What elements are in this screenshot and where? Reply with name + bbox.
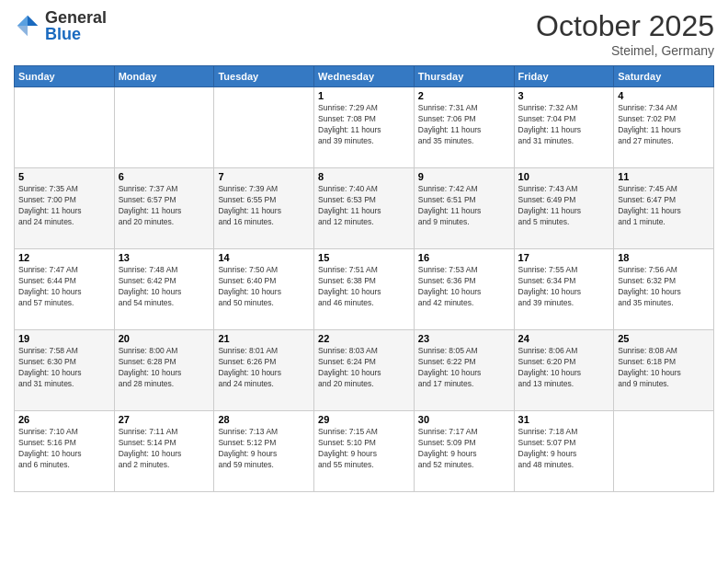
- day-number: 28: [218, 414, 310, 425]
- logo-text: General Blue: [45, 9, 107, 42]
- day-info: Sunrise: 8:06 AM Sunset: 6:20 PM Dayligh…: [518, 346, 610, 390]
- calendar-cell: 17Sunrise: 7:55 AM Sunset: 6:34 PM Dayli…: [514, 249, 614, 330]
- day-info: Sunrise: 7:55 AM Sunset: 6:34 PM Dayligh…: [518, 265, 610, 309]
- calendar-cell: 18Sunrise: 7:56 AM Sunset: 6:32 PM Dayli…: [614, 249, 714, 330]
- week-row-5: 26Sunrise: 7:10 AM Sunset: 5:16 PM Dayli…: [15, 411, 714, 492]
- day-number: 6: [119, 171, 210, 182]
- calendar-cell: [214, 87, 314, 168]
- day-info: Sunrise: 7:48 AM Sunset: 6:42 PM Dayligh…: [119, 265, 210, 309]
- calendar-cell: 19Sunrise: 7:58 AM Sunset: 6:30 PM Dayli…: [15, 330, 115, 411]
- day-number: 23: [418, 333, 510, 344]
- day-info: Sunrise: 7:43 AM Sunset: 6:49 PM Dayligh…: [518, 184, 610, 228]
- day-info: Sunrise: 7:40 AM Sunset: 6:53 PM Dayligh…: [318, 184, 410, 228]
- weekday-header-tuesday: Tuesday: [214, 66, 314, 87]
- weekday-header-sunday: Sunday: [15, 66, 115, 87]
- calendar-cell: 12Sunrise: 7:47 AM Sunset: 6:44 PM Dayli…: [15, 249, 115, 330]
- calendar-cell: 26Sunrise: 7:10 AM Sunset: 5:16 PM Dayli…: [15, 411, 115, 492]
- day-number: 21: [218, 333, 310, 344]
- logo-icon: [14, 12, 41, 40]
- day-number: 22: [318, 333, 410, 344]
- day-number: 17: [518, 252, 610, 263]
- day-info: Sunrise: 8:08 AM Sunset: 6:18 PM Dayligh…: [618, 346, 710, 390]
- day-info: Sunrise: 7:32 AM Sunset: 7:04 PM Dayligh…: [518, 103, 610, 147]
- calendar-cell: 1Sunrise: 7:29 AM Sunset: 7:08 PM Daylig…: [314, 87, 415, 168]
- calendar-cell: 21Sunrise: 8:01 AM Sunset: 6:26 PM Dayli…: [214, 330, 314, 411]
- day-info: Sunrise: 8:01 AM Sunset: 6:26 PM Dayligh…: [218, 346, 310, 390]
- day-number: 9: [418, 171, 510, 182]
- week-row-1: 1Sunrise: 7:29 AM Sunset: 7:08 PM Daylig…: [15, 87, 714, 168]
- calendar-cell: 11Sunrise: 7:45 AM Sunset: 6:47 PM Dayli…: [614, 168, 714, 249]
- day-info: Sunrise: 7:37 AM Sunset: 6:57 PM Dayligh…: [119, 184, 210, 228]
- calendar-cell: [114, 87, 214, 168]
- weekday-header-friday: Friday: [514, 66, 614, 87]
- day-info: Sunrise: 7:10 AM Sunset: 5:16 PM Dayligh…: [18, 427, 110, 471]
- day-info: Sunrise: 7:53 AM Sunset: 6:36 PM Dayligh…: [418, 265, 510, 309]
- header: General Blue October 2025 Steimel, Germa…: [14, 9, 714, 58]
- day-info: Sunrise: 7:42 AM Sunset: 6:51 PM Dayligh…: [418, 184, 510, 228]
- page: General Blue October 2025 Steimel, Germa…: [0, 0, 728, 563]
- day-info: Sunrise: 7:51 AM Sunset: 6:38 PM Dayligh…: [318, 265, 410, 309]
- day-info: Sunrise: 7:35 AM Sunset: 7:00 PM Dayligh…: [18, 184, 110, 228]
- day-number: 31: [518, 414, 610, 425]
- location: Steimel, Germany: [536, 43, 714, 58]
- day-number: 16: [418, 252, 510, 263]
- calendar-table: SundayMondayTuesdayWednesdayThursdayFrid…: [14, 65, 714, 492]
- day-number: 29: [318, 414, 410, 425]
- day-info: Sunrise: 7:31 AM Sunset: 7:06 PM Dayligh…: [418, 103, 510, 147]
- calendar-cell: 15Sunrise: 7:51 AM Sunset: 6:38 PM Dayli…: [314, 249, 415, 330]
- day-info: Sunrise: 8:00 AM Sunset: 6:28 PM Dayligh…: [119, 346, 210, 390]
- day-info: Sunrise: 7:15 AM Sunset: 5:10 PM Dayligh…: [318, 427, 410, 471]
- calendar-cell: 28Sunrise: 7:13 AM Sunset: 5:12 PM Dayli…: [214, 411, 314, 492]
- weekday-header-monday: Monday: [114, 66, 214, 87]
- week-row-2: 5Sunrise: 7:35 AM Sunset: 7:00 PM Daylig…: [15, 168, 714, 249]
- calendar-cell: 30Sunrise: 7:17 AM Sunset: 5:09 PM Dayli…: [414, 411, 514, 492]
- day-number: 3: [518, 90, 610, 101]
- calendar-cell: [614, 411, 714, 492]
- calendar-cell: 9Sunrise: 7:42 AM Sunset: 6:51 PM Daylig…: [414, 168, 514, 249]
- day-info: Sunrise: 7:45 AM Sunset: 6:47 PM Dayligh…: [618, 184, 710, 228]
- day-info: Sunrise: 7:11 AM Sunset: 5:14 PM Dayligh…: [119, 427, 210, 471]
- calendar-cell: 27Sunrise: 7:11 AM Sunset: 5:14 PM Dayli…: [114, 411, 214, 492]
- calendar-cell: 13Sunrise: 7:48 AM Sunset: 6:42 PM Dayli…: [114, 249, 214, 330]
- calendar-cell: 8Sunrise: 7:40 AM Sunset: 6:53 PM Daylig…: [314, 168, 415, 249]
- day-number: 18: [618, 252, 710, 263]
- calendar-cell: 22Sunrise: 8:03 AM Sunset: 6:24 PM Dayli…: [314, 330, 415, 411]
- month-title: October 2025: [536, 9, 714, 43]
- day-info: Sunrise: 8:05 AM Sunset: 6:22 PM Dayligh…: [418, 346, 510, 390]
- logo: General Blue: [14, 9, 107, 42]
- calendar-cell: 23Sunrise: 8:05 AM Sunset: 6:22 PM Dayli…: [414, 330, 514, 411]
- day-info: Sunrise: 7:50 AM Sunset: 6:40 PM Dayligh…: [218, 265, 310, 309]
- calendar-cell: 14Sunrise: 7:50 AM Sunset: 6:40 PM Dayli…: [214, 249, 314, 330]
- day-info: Sunrise: 7:34 AM Sunset: 7:02 PM Dayligh…: [618, 103, 710, 147]
- day-number: 12: [18, 252, 110, 263]
- calendar-cell: 24Sunrise: 8:06 AM Sunset: 6:20 PM Dayli…: [514, 330, 614, 411]
- day-number: 20: [119, 333, 210, 344]
- svg-marker-1: [17, 16, 28, 26]
- day-info: Sunrise: 7:39 AM Sunset: 6:55 PM Dayligh…: [218, 184, 310, 228]
- day-number: 5: [18, 171, 110, 182]
- day-number: 25: [618, 333, 710, 344]
- calendar-cell: 7Sunrise: 7:39 AM Sunset: 6:55 PM Daylig…: [214, 168, 314, 249]
- day-number: 10: [518, 171, 610, 182]
- svg-marker-2: [17, 26, 28, 36]
- calendar-cell: 29Sunrise: 7:15 AM Sunset: 5:10 PM Dayli…: [314, 411, 415, 492]
- day-number: 27: [119, 414, 210, 425]
- week-row-3: 12Sunrise: 7:47 AM Sunset: 6:44 PM Dayli…: [15, 249, 714, 330]
- day-number: 1: [318, 90, 410, 101]
- logo-blue: Blue: [45, 26, 107, 42]
- day-info: Sunrise: 7:47 AM Sunset: 6:44 PM Dayligh…: [18, 265, 110, 309]
- weekday-header-wednesday: Wednesday: [314, 66, 415, 87]
- day-info: Sunrise: 7:17 AM Sunset: 5:09 PM Dayligh…: [418, 427, 510, 471]
- day-info: Sunrise: 8:03 AM Sunset: 6:24 PM Dayligh…: [318, 346, 410, 390]
- day-number: 15: [318, 252, 410, 263]
- day-number: 4: [618, 90, 710, 101]
- calendar-cell: 16Sunrise: 7:53 AM Sunset: 6:36 PM Dayli…: [414, 249, 514, 330]
- day-number: 2: [418, 90, 510, 101]
- calendar-cell: 6Sunrise: 7:37 AM Sunset: 6:57 PM Daylig…: [114, 168, 214, 249]
- week-row-4: 19Sunrise: 7:58 AM Sunset: 6:30 PM Dayli…: [15, 330, 714, 411]
- day-number: 7: [218, 171, 310, 182]
- day-number: 11: [618, 171, 710, 182]
- day-info: Sunrise: 7:56 AM Sunset: 6:32 PM Dayligh…: [618, 265, 710, 309]
- calendar-cell: 20Sunrise: 8:00 AM Sunset: 6:28 PM Dayli…: [114, 330, 214, 411]
- day-number: 19: [18, 333, 110, 344]
